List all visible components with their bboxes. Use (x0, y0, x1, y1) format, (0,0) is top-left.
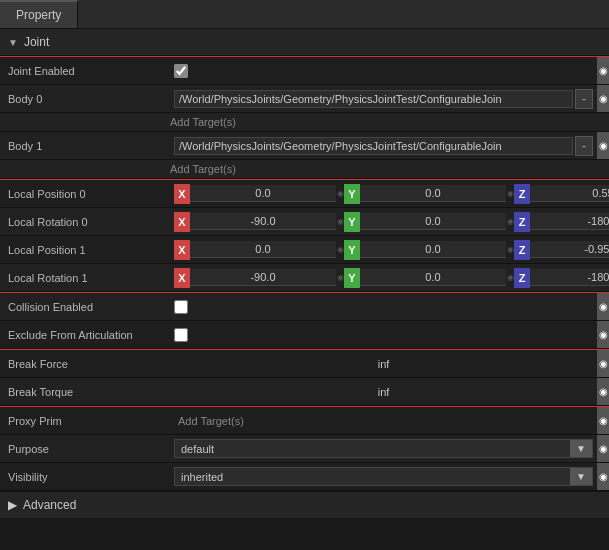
local-pos1-z-label: Z (514, 240, 530, 260)
advanced-label: Advanced (23, 498, 76, 512)
purpose-value: default ▼ (170, 437, 597, 460)
sep6: ◉ (506, 245, 514, 254)
local-pos1-x-group: X (174, 240, 336, 260)
break-force-value[interactable]: inf (170, 356, 597, 372)
proxy-prim-end-btn[interactable]: ◉ (597, 407, 609, 434)
local-pos0-z-input[interactable] (530, 185, 609, 202)
local-pos1-z-group: Z (514, 240, 609, 260)
exclude-articulation-end-btn[interactable]: ◉ (597, 321, 609, 348)
body1-label: Body 1 (0, 136, 170, 156)
local-pos1-x-label: X (174, 240, 190, 260)
body0-add-target-label[interactable]: Add Target(s) (170, 116, 236, 128)
joint-enabled-row: Joint Enabled ◉ (0, 57, 609, 85)
local-pos0-y-label: Y (344, 184, 360, 204)
body1-value: /World/PhysicsJoints/Geometry/PhysicsJoi… (170, 134, 597, 158)
body1-row: Body 1 /World/PhysicsJoints/Geometry/Phy… (0, 132, 609, 160)
break-force-text[interactable]: inf (174, 358, 593, 370)
exclude-articulation-label: Exclude From Articulation (0, 325, 170, 345)
local-pos0-x-input[interactable] (190, 185, 336, 202)
exclude-articulation-checkbox-wrapper[interactable] (174, 328, 188, 342)
purpose-dropdown[interactable]: default ▼ (174, 439, 593, 458)
local-rot0-y-group: Y (344, 212, 506, 232)
local-rot0-z-input[interactable] (530, 213, 609, 230)
local-rot1-y-input[interactable] (360, 269, 506, 286)
local-rot0-value: X ◉ Y ◉ Z (170, 210, 609, 234)
collision-enabled-checkbox[interactable] (174, 300, 188, 314)
local-pos0-y-input[interactable] (360, 185, 506, 202)
joint-enabled-end-btn[interactable]: ◉ (597, 57, 609, 84)
break-force-row: Break Force inf ◉ (0, 350, 609, 378)
visibility-end-btn[interactable]: ◉ (597, 463, 609, 490)
sep2: ◉ (506, 189, 514, 198)
visibility-row: Visibility inherited ▼ ◉ (0, 463, 609, 491)
local-rot0-coord-row: X ◉ Y ◉ Z (174, 212, 609, 232)
exclude-articulation-checkbox[interactable] (174, 328, 188, 342)
advanced-arrow[interactable]: ▶ (8, 498, 17, 512)
sep5: ◉ (336, 245, 344, 254)
break-torque-text[interactable]: inf (174, 386, 593, 398)
body0-label: Body 0 (0, 89, 170, 109)
body0-dash-btn[interactable]: - (575, 89, 593, 109)
joint-section-header[interactable]: ▼ Joint (0, 29, 609, 56)
collision-enabled-checkbox-wrapper[interactable] (174, 300, 188, 314)
exclude-articulation-value (170, 326, 597, 344)
local-rot0-y-input[interactable] (360, 213, 506, 230)
local-rot1-z-group: Z (514, 268, 609, 288)
local-pos0-coord-row: X ◉ Y ◉ Z (174, 184, 609, 204)
local-rot0-y-label: Y (344, 212, 360, 232)
body1-end-btn[interactable]: ◉ (597, 132, 609, 159)
collision-enabled-value (170, 298, 597, 316)
local-rot1-x-group: X (174, 268, 336, 288)
body1-dash-btn[interactable]: - (575, 136, 593, 156)
collision-enabled-end-btn[interactable]: ◉ (597, 293, 609, 320)
joint-enabled-checkbox-wrapper[interactable] (174, 64, 188, 78)
local-rot1-z-input[interactable] (530, 269, 609, 286)
local-pos0-z-group: Z (514, 184, 609, 204)
visibility-label: Visibility (0, 467, 170, 487)
local-rot0-x-input[interactable] (190, 213, 336, 230)
local-pos1-z-input[interactable] (530, 241, 609, 258)
tab-bar: Property (0, 0, 609, 29)
purpose-end-btn[interactable]: ◉ (597, 435, 609, 462)
visibility-dropdown-arrow[interactable]: ▼ (570, 468, 592, 485)
purpose-row: Purpose default ▼ ◉ (0, 435, 609, 463)
local-pos1-x-input[interactable] (190, 241, 336, 258)
local-pos0-value: X ◉ Y ◉ Z (170, 182, 609, 206)
body1-add-target-label[interactable]: Add Target(s) (170, 163, 236, 175)
break-torque-value[interactable]: inf (170, 384, 597, 400)
body0-end-btn[interactable]: ◉ (597, 85, 609, 112)
proxy-prim-add-target[interactable]: Add Target(s) (174, 413, 248, 429)
local-pos1-y-label: Y (344, 240, 360, 260)
local-rot1-row: Local Rotation 1 X ◉ Y ◉ Z (0, 264, 609, 292)
local-pos1-coord-row: X ◉ Y ◉ Z (174, 240, 609, 260)
joint-enabled-checkbox[interactable] (174, 64, 188, 78)
break-torque-label: Break Torque (0, 382, 170, 402)
joint-collapse-arrow[interactable]: ▼ (8, 37, 18, 48)
local-pos0-z-label: Z (514, 184, 530, 204)
local-pos1-label: Local Position 1 (0, 240, 170, 260)
advanced-row[interactable]: ▶ Advanced (0, 491, 609, 518)
visibility-dropdown[interactable]: inherited ▼ (174, 467, 593, 486)
body1-path-field[interactable]: /World/PhysicsJoints/Geometry/PhysicsJoi… (174, 137, 573, 155)
local-rot1-x-input[interactable] (190, 269, 336, 286)
body0-path-field[interactable]: /World/PhysicsJoints/Geometry/PhysicsJoi… (174, 90, 573, 108)
local-pos1-y-input[interactable] (360, 241, 506, 258)
local-pos0-label: Local Position 0 (0, 184, 170, 204)
body0-row: Body 0 /World/PhysicsJoints/Geometry/Phy… (0, 85, 609, 113)
property-tab[interactable]: Property (0, 0, 78, 28)
break-torque-row: Break Torque inf ◉ (0, 378, 609, 406)
purpose-dropdown-arrow[interactable]: ▼ (570, 440, 592, 457)
local-rot1-label: Local Rotation 1 (0, 268, 170, 288)
body0-add-target-row[interactable]: Add Target(s) (0, 113, 609, 132)
break-force-end-btn[interactable]: ◉ (597, 350, 609, 377)
body1-add-target-row[interactable]: Add Target(s) (0, 160, 609, 179)
local-rot0-x-group: X (174, 212, 336, 232)
local-pos0-x-group: X (174, 184, 336, 204)
local-rot1-coord-row: X ◉ Y ◉ Z (174, 268, 609, 288)
proxy-prim-label: Proxy Prim (0, 411, 170, 431)
local-pos1-value: X ◉ Y ◉ Z (170, 238, 609, 262)
local-rot0-z-group: Z (514, 212, 609, 232)
break-torque-end-btn[interactable]: ◉ (597, 378, 609, 405)
body0-value: /World/PhysicsJoints/Geometry/PhysicsJoi… (170, 87, 597, 111)
local-rot1-x-label: X (174, 268, 190, 288)
